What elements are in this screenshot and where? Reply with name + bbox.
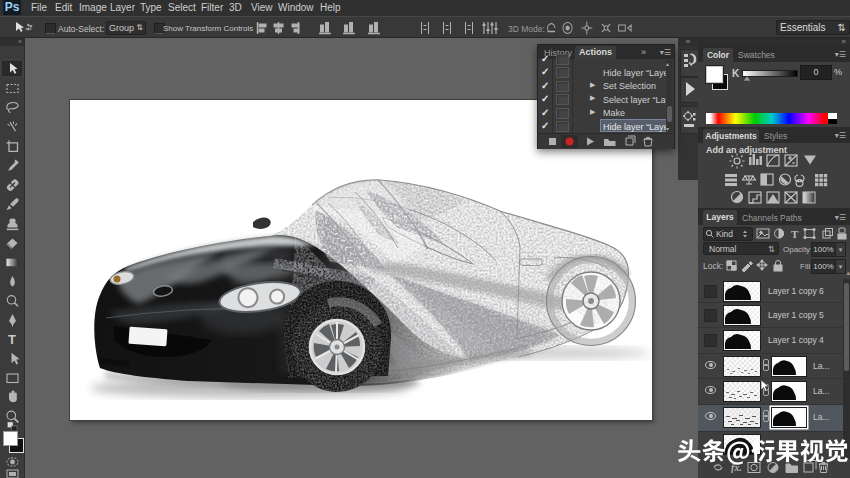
svg-text:Kind: Kind [716,229,733,239]
svg-text:T: T [8,332,16,347]
svg-text:T: T [791,228,799,240]
